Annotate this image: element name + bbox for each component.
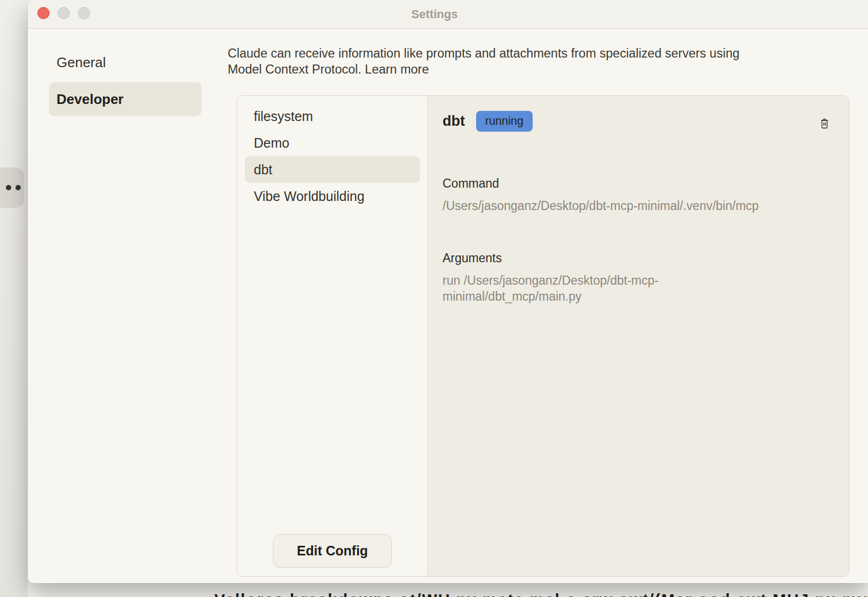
description-line: Model Context Protocol. Learn more [228,61,868,77]
titlebar[interactable]: Settings [28,0,868,29]
server-item-vibe-worldbuilding[interactable]: Vibe Worldbuilding [245,183,420,209]
command-value: /Users/jasonganz/Desktop/dbt-mcp-minimal… [443,198,831,214]
description-line: Claude can receive information like prom… [228,45,868,61]
dot-icon [15,185,21,190]
sidebar-item-label: General [57,54,106,71]
trash-icon [819,117,830,130]
traffic-lights [37,7,90,19]
zoom-button[interactable] [78,7,90,19]
settings-content: General Developer Claude can receive inf… [28,29,868,583]
learn-more-link[interactable]: Learn more [365,62,429,76]
window-title: Settings [412,7,485,21]
server-item-filesystem[interactable]: filesystem [245,103,420,130]
background-clipped-text: Vellores breakdowns ot/WU py mete mal o … [214,592,868,597]
server-item-label: Vibe Worldbuilding [254,189,365,204]
server-name: dbt [443,113,465,130]
sidebar-item-general[interactable]: General [49,51,202,74]
section-label: Arguments [443,251,831,265]
settings-sidebar: General Developer [28,29,228,583]
arguments-value: run /Users/jasonganz/Desktop/dbt-mcp-min… [443,272,698,304]
server-list: filesystem Demo dbt Vibe Worldbuilding E… [237,96,428,576]
developer-pane: Claude can receive information like prom… [228,29,868,583]
status-badge: running [476,111,533,132]
server-item-dbt[interactable]: dbt [245,156,420,183]
close-button[interactable] [37,7,50,19]
server-item-label: filesystem [254,109,313,124]
server-detail: dbt running Command [428,96,849,576]
mcp-description: Claude can receive information like prom… [228,45,868,77]
dot-icon [6,185,11,190]
arguments-section: Arguments run /Users/jasonganz/Desktop/d… [443,251,831,304]
server-item-label: Demo [254,135,290,151]
command-section: Command /Users/jasonganz/Desktop/dbt-mcp… [443,176,831,214]
server-item-demo[interactable]: Demo [245,130,420,156]
server-item-label: dbt [254,162,272,178]
section-label: Command [443,176,831,191]
server-detail-header: dbt running [443,111,831,132]
settings-window: Settings General Developer Claude can re… [28,0,868,583]
delete-server-button[interactable] [817,117,831,131]
minimize-button[interactable] [58,7,70,19]
background-app-strip [0,0,28,597]
edit-config-button[interactable]: Edit Config [273,534,392,568]
mcp-servers-panel: filesystem Demo dbt Vibe Worldbuilding E… [237,95,849,577]
background-dots-handle[interactable] [0,167,24,208]
sidebar-item-label: Developer [57,91,124,108]
sidebar-item-developer[interactable]: Developer [49,82,202,116]
